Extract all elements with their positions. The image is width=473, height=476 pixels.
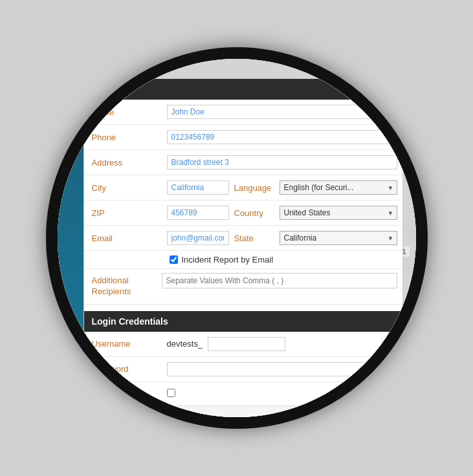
password-value [162,360,402,379]
address-value [162,153,402,172]
form-panel: Edit Name Phone [83,78,403,417]
country-select[interactable]: United States [280,206,397,220]
language-select-wrapper: English (for Securi... ▼ [280,180,397,195]
name-label: Name [84,105,162,120]
additional-recipients-input[interactable] [162,273,397,288]
password-row: Password [84,357,402,382]
name-input[interactable] [167,105,397,119]
language-select[interactable]: English (for Securi... [280,180,397,195]
username-extra-input[interactable] [208,337,285,351]
country-select-wrapper: United States ▼ [280,206,397,220]
additional-recipients-label: AdditionalRecipients [84,273,162,300]
address-input[interactable] [167,155,397,169]
email-state-row: Email State California ▼ [84,226,402,251]
address-row: Address [84,150,402,175]
enable-login-value [162,386,402,402]
magnifier-content: ewh omewh ece 1 Edit Name Phone [58,59,416,417]
email-input[interactable] [167,231,229,245]
name-value [162,102,402,122]
panel-header: Edit [84,79,402,100]
phone-label: Phone [84,130,162,145]
incident-report-checkbox[interactable] [170,255,178,264]
city-value [162,178,234,197]
username-row: Username devtests_ [84,332,402,357]
enable-login-label: Enable Login [84,386,162,401]
phone-input[interactable] [167,130,397,144]
enable-login-checkbox[interactable] [167,389,175,397]
enable-login-row: Enable Login [84,382,402,406]
cancel-button[interactable]: cel [92,414,121,417]
state-select[interactable]: California [280,231,397,245]
state-section: State California ▼ [234,231,402,245]
login-credentials-header: Login Credentials [84,311,402,332]
zip-value [162,203,234,222]
zip-label: ZIP [84,206,162,221]
panel-title: Edit [92,84,109,94]
phone-row: Phone [84,125,402,150]
state-select-wrapper: California ▼ [280,231,397,245]
email-value [162,228,234,248]
language-section: Language English (for Securi... ▼ [234,180,402,195]
address-label: Address [84,155,162,170]
zip-input[interactable] [167,206,229,220]
city-language-row: City Language English (for Securi... ▼ [84,175,402,200]
state-label: State [234,233,280,243]
additional-recipients-row: AdditionalRecipients [84,269,402,305]
login-section: Username devtests_ Password Enable Login [84,332,402,406]
form-body: Name Phone Address [84,100,402,305]
country-label: Country [234,208,280,218]
login-credentials-title: Login Credentials [92,316,168,327]
phone-value [162,127,402,147]
name-row: Name [84,100,402,125]
city-input[interactable] [167,180,229,195]
country-section: Country United States ▼ [234,206,402,220]
email-label: Email [84,231,162,246]
city-label: City [84,180,162,195]
incident-report-row: Incident Report by Email [84,251,402,269]
password-label: Password [84,362,162,376]
username-value: devtests_ [167,339,203,349]
magnifier-circle: ewh omewh ece 1 Edit Name Phone [46,47,428,429]
zip-country-row: ZIP Country United States ▼ [84,200,402,226]
incident-report-label: Incident Report by Email [182,255,274,265]
username-label: Username [84,336,162,351]
button-bar: cel [84,406,402,417]
password-input[interactable] [167,362,397,376]
language-label: Language [234,183,280,193]
